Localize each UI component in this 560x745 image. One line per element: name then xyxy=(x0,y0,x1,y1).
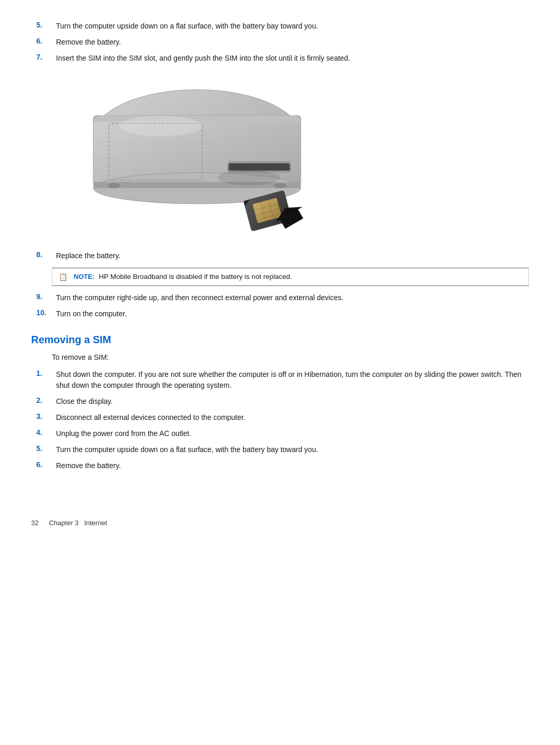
removing-step-4-text: Unplug the power cord from the AC outlet… xyxy=(56,428,191,439)
note-text: HP Mobile Broadband is disabled if the b… xyxy=(99,273,292,280)
removing-step-5: 5. Turn the computer upside down on a fl… xyxy=(31,444,529,455)
step-9: 9. Turn the computer right-side up, and … xyxy=(31,292,529,303)
svg-point-23 xyxy=(119,116,202,136)
footer-chapter: Chapter 3 Internet xyxy=(49,519,107,527)
removing-step-6-number: 6. xyxy=(36,460,52,471)
steps-9-10-list: 9. Turn the computer right-side up, and … xyxy=(31,292,529,319)
step-8: 8. Replace the battery. xyxy=(31,250,529,261)
intro-text: To remove a SIM: xyxy=(52,352,529,363)
step-8-list: 8. Replace the battery. xyxy=(31,250,529,261)
sim-image-container xyxy=(83,74,529,240)
removing-step-2-text: Close the display. xyxy=(56,396,113,407)
svg-rect-3 xyxy=(93,116,301,122)
removing-steps-list: 1. Shut down the computer. If you are no… xyxy=(31,369,529,471)
removing-step-3-text: Disconnect all external devices connecte… xyxy=(56,412,245,423)
steps-top-list: 5. Turn the computer upside down on a fl… xyxy=(31,21,529,64)
removing-step-2-number: 2. xyxy=(36,396,52,407)
step-10-text: Turn on the computer. xyxy=(56,308,127,319)
step-10-number: 10. xyxy=(36,308,52,319)
note-icon: 📋 xyxy=(59,273,67,281)
removing-step-6-text: Remove the battery. xyxy=(56,460,121,471)
removing-step-5-number: 5. xyxy=(36,444,52,455)
step-5-number: 5. xyxy=(36,21,52,32)
removing-sim-heading: Removing a SIM xyxy=(31,334,529,346)
sim-diagram xyxy=(83,74,332,240)
step-7-text: Insert the SIM into the SIM slot, and ge… xyxy=(56,53,350,64)
removing-step-6: 6. Remove the battery. xyxy=(31,460,529,471)
svg-rect-6 xyxy=(229,163,289,171)
content-area: 5. Turn the computer upside down on a fl… xyxy=(31,21,529,527)
removing-step-1-text: Shut down the computer. If you are not s… xyxy=(56,369,529,391)
step-10: 10. Turn on the computer. xyxy=(31,308,529,319)
removing-step-2: 2. Close the display. xyxy=(31,396,529,407)
step-9-text: Turn the computer right-side up, and the… xyxy=(56,292,343,303)
removing-step-5-text: Turn the computer upside down on a flat … xyxy=(56,444,318,455)
footer-page-number: 32 xyxy=(31,519,38,527)
removing-step-1: 1. Shut down the computer. If you are no… xyxy=(31,369,529,391)
removing-step-4-number: 4. xyxy=(36,428,52,439)
step-7: 7. Insert the SIM into the SIM slot, and… xyxy=(31,53,529,64)
step-7-number: 7. xyxy=(36,53,52,64)
removing-step-3-number: 3. xyxy=(36,412,52,423)
step-6-text: Remove the battery. xyxy=(56,37,121,48)
step-8-number: 8. xyxy=(36,250,52,261)
svg-rect-7 xyxy=(228,161,290,163)
removing-step-4: 4. Unplug the power cord from the AC out… xyxy=(31,428,529,439)
step-6: 6. Remove the battery. xyxy=(31,37,529,48)
svg-point-12 xyxy=(108,183,120,188)
step-8-text: Replace the battery. xyxy=(56,250,120,261)
step-9-number: 9. xyxy=(36,292,52,303)
removing-step-1-number: 1. xyxy=(36,369,52,391)
removing-step-3: 3. Disconnect all external devices conne… xyxy=(31,412,529,423)
svg-point-24 xyxy=(218,170,280,186)
step-6-number: 6. xyxy=(36,37,52,48)
svg-point-13 xyxy=(274,183,286,188)
note-box: 📋 NOTE: HP Mobile Broadband is disabled … xyxy=(52,268,529,286)
step-5: 5. Turn the computer upside down on a fl… xyxy=(31,21,529,32)
step-5-text: Turn the computer upside down on a flat … xyxy=(56,21,318,32)
footer: 32 Chapter 3 Internet xyxy=(31,513,529,527)
note-label: NOTE: xyxy=(74,273,94,280)
